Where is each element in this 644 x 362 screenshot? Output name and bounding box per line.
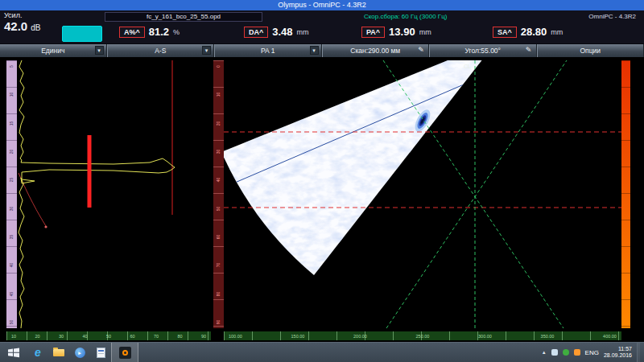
scan-area: 5101520253035404550 102030405060708090 0… — [0, 57, 644, 342]
chevron-down-icon[interactable]: ▾ — [202, 46, 211, 55]
amplitude-colorbar[interactable] — [621, 60, 630, 328]
ruler-tick: 30 — [217, 150, 221, 154]
ruler-tick: 0 — [217, 65, 221, 68]
taskbar: e ▸ ▲ ENG 11:57 28.09.2016 — [0, 342, 644, 362]
ascan-plot[interactable] — [17, 60, 211, 328]
reading-sa-label: SA^ — [493, 27, 517, 38]
language-indicator[interactable]: ENG — [585, 349, 599, 356]
reading-pa-unit: mm — [419, 28, 431, 36]
media-player-icon: ▸ — [75, 348, 85, 358]
dac-cursor-dot — [44, 225, 47, 228]
sscan-plot[interactable]: CL — [224, 60, 621, 328]
menu-item-layout-label: A-S — [155, 47, 166, 55]
reading-amplitude-label: A%^ — [119, 27, 145, 38]
sscan-view[interactable]: 0102030405060708090 — [213, 57, 644, 342]
start-button[interactable] — [0, 343, 27, 362]
indication-blob-2 — [416, 150, 440, 179]
ruler-tick: 60 — [217, 235, 221, 240]
ie-icon: e — [35, 346, 41, 359]
ascan-view[interactable]: 5101520253035404550 102030405060708090 — [0, 57, 213, 342]
ruler-tick: 250.00 — [416, 334, 430, 339]
reading-amplitude-unit: % — [173, 28, 180, 36]
ascan-trace — [19, 60, 175, 328]
menu-item-options[interactable]: Опции — [537, 44, 644, 57]
reading-sa-unit: mm — [551, 28, 563, 36]
ruler-tick: 40 — [10, 263, 14, 268]
ruler-tick: 400.00 — [603, 334, 617, 339]
reading-sa[interactable]: SA^ 28.80 mm — [493, 26, 563, 38]
menu-item-scan-position-label: Скан:290.00 мм — [350, 47, 400, 55]
menu-item-layout[interactable]: A-S ▾ — [107, 44, 215, 57]
ruler-tick: 50 — [106, 334, 111, 339]
taskbar-ie-button[interactable]: e — [27, 343, 48, 362]
indication-blob-3 — [423, 205, 445, 232]
ruler-tick: 350.00 — [541, 334, 555, 339]
menu-item-pa-channel-label: PA 1 — [261, 47, 275, 55]
reading-amplitude-value: 81.2 — [149, 26, 169, 38]
folder-icon — [53, 349, 64, 356]
gain-value: 42.0 — [4, 19, 27, 33]
acquisition-rate: Скор.сбора: 60 Гц (3000 Гц) — [364, 13, 447, 20]
reading-da-label: DA^ — [244, 27, 268, 38]
taskbar-document-app-button[interactable] — [90, 343, 111, 362]
reading-da-value: 3.48 — [272, 26, 292, 38]
taskbar-explorer-button[interactable] — [48, 343, 69, 362]
menu-bar: Единич ▾ A-S ▾ PA 1 ▾ Скан:290.00 мм ✎ У… — [0, 44, 644, 57]
ruler-tick: 90 — [201, 334, 206, 339]
menu-item-angle[interactable]: Угол:55.00° ✎ — [429, 44, 537, 57]
sector-scan-fan — [224, 60, 554, 310]
header-panel: Усил. 42.0dB fc_y_161_bco_25_55.opd Скор… — [0, 10, 644, 44]
gate-a-bar[interactable] — [88, 135, 92, 208]
menu-item-group-mode-label: Единич — [41, 47, 64, 55]
reading-pa-value: 13.90 — [389, 26, 415, 38]
reading-pa-label: PA^ — [361, 27, 385, 38]
ascan-depth-ruler[interactable]: 5101520253035404550 — [6, 60, 17, 328]
menu-item-pa-channel[interactable]: PA 1 ▾ — [214, 44, 322, 57]
tray-icon-1[interactable] — [551, 349, 558, 356]
gain-label: Усил. — [4, 11, 40, 19]
ruler-tick: 10 — [10, 93, 14, 97]
ruler-tick: 15 — [10, 121, 14, 125]
ruler-tick: 150.00 — [291, 334, 305, 339]
weld-bevel-line-2 — [383, 60, 564, 328]
ruler-tick: 200.00 — [353, 334, 367, 339]
reading-depth-da[interactable]: DA^ 3.48 mm — [244, 26, 309, 38]
show-desktop-button[interactable] — [637, 343, 640, 362]
chevron-down-icon[interactable]: ▾ — [310, 46, 319, 55]
taskbar-media-player-button[interactable]: ▸ — [69, 343, 90, 362]
reading-da-unit: mm — [297, 28, 309, 36]
menu-item-scan-position[interactable]: Скан:290.00 мм ✎ — [322, 44, 430, 57]
hidden-icons-chevron[interactable]: ▲ — [542, 350, 547, 355]
file-name: fc_y_161_bco_25_55.opd — [147, 13, 221, 20]
ruler-tick: 10 — [11, 334, 16, 339]
clock-time: 11:57 — [604, 346, 632, 352]
gain-unit: dB — [31, 23, 40, 32]
taskbar-omnipc-button[interactable] — [111, 343, 138, 362]
gain-adjust-button[interactable] — [62, 26, 102, 42]
tray-icon-2[interactable] — [563, 349, 569, 356]
ruler-tick: 300.00 — [478, 334, 492, 339]
sscan-depth-ruler[interactable]: 0102030405060708090 — [213, 60, 224, 328]
ruler-tick: 40 — [217, 178, 221, 183]
edit-pencil-icon[interactable]: ✎ — [524, 46, 534, 55]
ruler-tick: 70 — [154, 334, 159, 339]
ruler-tick: 50 — [217, 206, 221, 211]
chevron-down-icon[interactable]: ▾ — [95, 46, 104, 55]
omnipc-icon — [119, 347, 131, 359]
centerline-label: CL — [464, 64, 471, 69]
menu-item-options-label: Опции — [580, 47, 601, 55]
ruler-tick: 80 — [217, 291, 221, 296]
ruler-tick: 30 — [59, 334, 64, 339]
sscan-position-ruler[interactable]: 100.00150.00200.00250.00300.00350.00400.… — [224, 331, 621, 340]
menu-item-group-mode[interactable]: Единич ▾ — [0, 44, 107, 57]
gain-display[interactable]: Усил. 42.0dB — [4, 11, 40, 34]
ruler-tick: 80 — [177, 334, 182, 339]
ascan-amplitude-ruler[interactable]: 102030405060708090 — [6, 331, 211, 340]
tray-icon-3[interactable] — [574, 349, 580, 356]
ruler-tick: 50 — [10, 320, 14, 325]
app-version: OmniPC - 4.3R2 — [588, 13, 636, 20]
reading-pa[interactable]: PA^ 13.90 mm — [361, 26, 431, 38]
clock[interactable]: 11:57 28.09.2016 — [604, 346, 632, 359]
reading-amplitude[interactable]: A%^ 81.2 % — [119, 26, 180, 38]
edit-pencil-icon[interactable]: ✎ — [416, 46, 426, 55]
